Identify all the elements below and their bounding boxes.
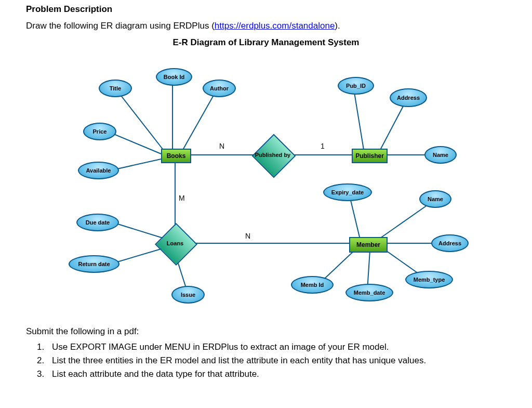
erdplus-link[interactable]: https://erdplus.com/standalone xyxy=(215,21,335,31)
submit-intro: Submit the following in a pdf: xyxy=(26,326,506,337)
relationship-published-by-label: Published by xyxy=(249,140,297,169)
attr-available: Available xyxy=(78,162,119,179)
attr-memb-date: Memb_date xyxy=(345,284,393,301)
diagram-title: E-R Diagram of Library Management System xyxy=(26,37,506,48)
cardinality-n-books: N xyxy=(219,142,224,150)
attr-book-id: Book Id xyxy=(156,68,192,86)
entity-member: Member xyxy=(349,237,388,253)
attr-due-date: Due date xyxy=(76,214,119,231)
attr-pub-id: Pub_ID xyxy=(338,77,374,95)
relationship-loans-label: Loans xyxy=(161,229,189,257)
cardinality-1-publisher: 1 xyxy=(321,142,325,150)
attr-price: Price xyxy=(83,123,116,140)
list-item: List each attribute and the data type fo… xyxy=(47,369,506,379)
attr-issue: Issue xyxy=(171,286,205,304)
svg-line-3 xyxy=(108,131,161,154)
attr-memb-type: Memb_type xyxy=(405,271,453,288)
attr-address-pub: Address xyxy=(390,88,427,107)
cardinality-n-member: N xyxy=(245,232,250,240)
list-item: Use EXPORT IMAGE under MENU in ERDPlus t… xyxy=(47,342,506,352)
attr-return-date: Return date xyxy=(69,255,119,273)
entity-books: Books xyxy=(161,149,191,163)
svg-line-7 xyxy=(354,93,364,150)
attr-author: Author xyxy=(203,80,236,97)
attr-title: Title xyxy=(99,80,132,97)
attr-address-mem: Address xyxy=(431,234,469,252)
attr-expiry-date: Expiry_date xyxy=(323,183,372,201)
intro-post: ). xyxy=(335,21,340,31)
svg-line-1 xyxy=(115,88,163,150)
intro-pre: Draw the following ER diagram using ERDP… xyxy=(26,21,215,31)
list-item: List the three entities in the ER model … xyxy=(47,356,506,366)
cardinality-m-books: M xyxy=(179,194,185,202)
svg-line-2 xyxy=(183,90,217,150)
entity-publisher: Publisher xyxy=(352,149,388,163)
attr-name-mem: Name xyxy=(419,190,451,208)
intro-paragraph: Draw the following ER diagram using ERDP… xyxy=(26,21,506,31)
attr-memb-id: Memb Id xyxy=(291,276,334,294)
svg-line-8 xyxy=(380,100,406,150)
problem-heading: Problem Description xyxy=(26,4,506,15)
svg-line-13 xyxy=(380,202,432,238)
svg-line-19 xyxy=(113,222,166,239)
er-diagram: Books Publisher Member Published by Loan… xyxy=(32,51,500,311)
instructions-list: Use EXPORT IMAGE under MENU in ERDPlus t… xyxy=(35,342,506,379)
attr-name-pub: Name xyxy=(424,146,457,164)
